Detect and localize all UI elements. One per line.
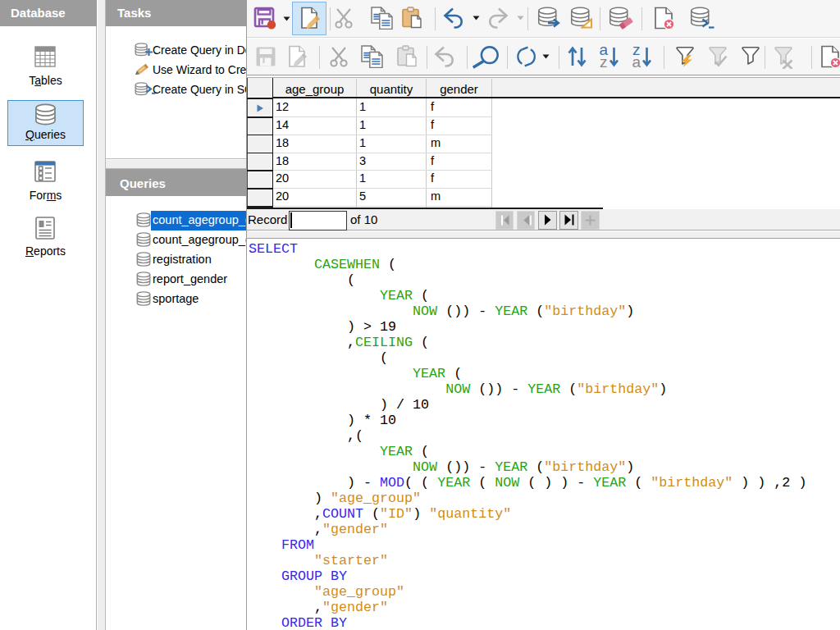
svg-text:z: z [600, 53, 608, 69]
svg-text:a: a [632, 53, 641, 69]
